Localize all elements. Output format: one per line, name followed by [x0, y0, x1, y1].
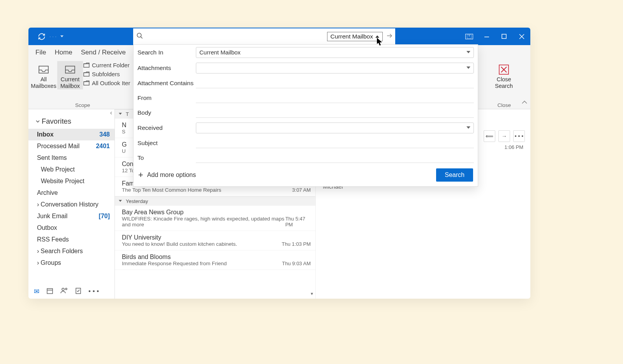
title-bar: · · · Current Mailbox: [28, 28, 530, 45]
ribbon-group-close: Close: [497, 102, 511, 108]
tasks-icon[interactable]: [75, 287, 81, 296]
adv-field[interactable]: [196, 138, 474, 148]
tab-send-receive[interactable]: Send / Receive: [81, 49, 126, 56]
chevron-right-icon: ›: [37, 259, 39, 266]
scope-subfolders[interactable]: Subfolders: [83, 71, 130, 77]
calendar-icon[interactable]: [46, 287, 53, 296]
svg-point-20: [65, 288, 67, 290]
search-scope-value: Current Mailbox: [331, 33, 373, 40]
search-icon: [136, 32, 143, 41]
svg-point-0: [137, 33, 141, 37]
adv-row-to: To: [134, 150, 478, 165]
ribbon-group-scope: Scope: [75, 102, 90, 108]
adv-field[interactable]: [196, 63, 474, 74]
message-time: 1:06 PM: [505, 144, 523, 150]
folder-inbox[interactable]: Inbox348: [28, 129, 114, 140]
inbox-icon: [65, 63, 76, 76]
add-more-options[interactable]: + Add more options: [138, 170, 196, 180]
search-bar[interactable]: Current Mailbox: [133, 28, 395, 44]
advanced-search-panel: Search InCurrent MailboxAttachmentsAttac…: [133, 44, 478, 187]
scope-current-mailbox[interactable]: Current Mailbox: [57, 61, 83, 89]
folder-website-project[interactable]: Website Project: [28, 175, 114, 187]
folder-groups[interactable]: ›Groups: [28, 257, 114, 269]
svg-rect-11: [84, 64, 89, 67]
inbox-icon: [38, 63, 49, 76]
folder-processed-mail[interactable]: Processed Mail2401: [28, 140, 114, 152]
more-nav-icon[interactable]: • • •: [88, 287, 99, 296]
scope-all-outlook[interactable]: All Outlook Iter: [83, 80, 130, 86]
search-button[interactable]: Search: [436, 168, 473, 182]
mail-icon[interactable]: ✉: [34, 287, 39, 296]
scroll-down-icon[interactable]: ▾: [311, 291, 313, 296]
adv-row-attachment-contains: Attachment Contains: [134, 76, 478, 91]
folder-archive[interactable]: Archive: [28, 187, 114, 199]
scope-current-folder[interactable]: Current Folder: [83, 62, 130, 68]
adv-row-received: Received: [134, 120, 478, 136]
adv-row-subject: Subject: [134, 136, 478, 150]
close-search-button[interactable]: Close Search: [492, 61, 516, 89]
folder-web-project[interactable]: Web Project: [28, 164, 114, 175]
close-x-icon: [498, 63, 510, 76]
folder-rss-feeds[interactable]: RSS Feeds: [28, 234, 114, 245]
more-actions-button[interactable]: • • •: [513, 130, 525, 142]
message-item[interactable]: DIY UniversityYou need to know! Build cu…: [115, 231, 315, 250]
svg-rect-9: [39, 66, 48, 73]
chevron-up-icon: [375, 35, 379, 38]
tab-file[interactable]: File: [35, 49, 46, 56]
upcoming-icon[interactable]: [460, 28, 478, 45]
svg-line-1: [141, 37, 143, 38]
plus-icon: +: [138, 170, 143, 180]
close-button[interactable]: [513, 28, 530, 45]
chevron-down-icon: [466, 126, 470, 129]
search-input[interactable]: [146, 33, 327, 40]
forward-button[interactable]: →: [498, 130, 510, 142]
adv-field[interactable]: [196, 153, 474, 163]
svg-rect-10: [65, 66, 75, 73]
svg-rect-13: [84, 82, 89, 85]
folder-sent-items[interactable]: Sent Items: [28, 152, 114, 164]
favorites-header[interactable]: Favorites: [28, 109, 114, 129]
minimize-button[interactable]: [478, 28, 495, 45]
scope-all-mailboxes[interactable]: All Mailboxes: [31, 61, 56, 89]
folder-junk-email[interactable]: Junk Email[70]: [28, 210, 114, 222]
adv-row-attachments: Attachments: [134, 60, 478, 76]
adv-field[interactable]: [196, 108, 474, 118]
maximize-button[interactable]: [495, 28, 513, 45]
folder-conversation-history[interactable]: ›Conversation History: [28, 199, 114, 210]
adv-field[interactable]: Current Mailbox: [196, 47, 474, 58]
folder-search-folders[interactable]: ›Search Folders: [28, 245, 114, 257]
tab-home[interactable]: Home: [55, 49, 72, 56]
group-header[interactable]: Yesterday: [115, 196, 315, 206]
app-window: · · · Current Mailbox File Home: [28, 28, 530, 299]
folder-pane: ‹ Favorites Inbox348Processed Mail2401Se…: [28, 109, 115, 299]
chevron-right-icon: ›: [37, 201, 39, 208]
collapse-ribbon-icon[interactable]: [522, 99, 527, 106]
message-item[interactable]: Bay Area News GroupWILDFIRES: Kincade Fi…: [115, 206, 315, 231]
people-icon[interactable]: [60, 287, 68, 296]
svg-point-19: [62, 288, 64, 290]
adv-row-body: Body: [134, 105, 478, 120]
chevron-down-icon: [466, 51, 470, 53]
search-scope-dropdown[interactable]: Current Mailbox: [327, 32, 383, 41]
qat-spacer: · · ·: [49, 33, 56, 39]
adv-field[interactable]: [196, 93, 474, 103]
reply-all-button[interactable]: ⟸: [484, 130, 495, 142]
adv-row-search-in: Search InCurrent Mailbox: [134, 45, 478, 60]
folder-outbox[interactable]: Outbox: [28, 222, 114, 234]
adv-field[interactable]: [196, 78, 474, 88]
search-go-icon[interactable]: [386, 32, 393, 41]
message-item[interactable]: Birds and BloomsImmediate Response Reque…: [115, 250, 315, 270]
refresh-icon[interactable]: [38, 33, 46, 40]
adv-field[interactable]: [196, 122, 474, 133]
nav-switcher: ✉ • • •: [28, 287, 99, 296]
chevron-down-icon: [466, 66, 470, 69]
chevron-right-icon: ›: [37, 248, 39, 255]
qat-dropdown-icon[interactable]: [60, 35, 63, 37]
svg-rect-12: [84, 73, 89, 76]
collapse-nav-icon[interactable]: ‹: [110, 109, 112, 116]
svg-rect-17: [47, 289, 53, 294]
adv-row-from: From: [134, 91, 478, 105]
svg-rect-6: [502, 34, 506, 38]
